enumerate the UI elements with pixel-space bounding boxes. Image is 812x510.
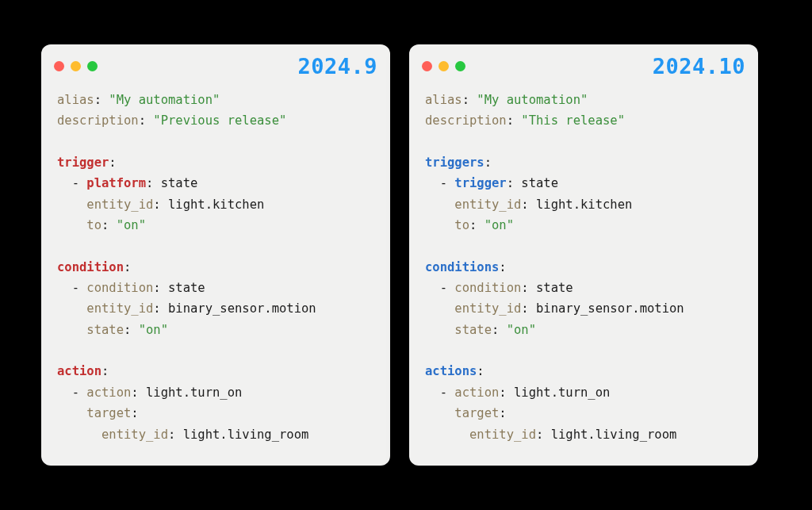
to-value: "on" [485,218,514,232]
dash-icon: - [72,385,79,400]
code-window-previous: 2024.9 alias: "My automation" descriptio… [41,44,390,466]
dash-icon: - [440,176,447,190]
alias-key: alias [425,93,462,107]
alias-value: "My automation" [477,93,588,107]
condition-key: condition [454,281,521,295]
description-key: description [57,113,139,128]
target-entity: light.living_room [183,428,309,442]
code-body: alias: "My automation" description: "Thi… [409,82,758,462]
condition-key: condition [86,281,153,295]
trigger-value: state [521,176,558,190]
target-key: target [86,406,131,420]
condition-header: conditions [425,260,499,274]
entity-id-key: entity_id [86,197,153,212]
close-icon[interactable] [422,61,432,71]
state-key: state [454,323,492,337]
titlebar: 2024.10 [409,44,758,82]
to-value: "on" [117,218,146,232]
description-value: "Previous release" [153,113,286,128]
code-body: alias: "My automation" description: "Pre… [41,82,390,462]
trigger-header: triggers [425,155,485,170]
entity-id-key: entity_id [454,197,521,212]
action-key: action [454,385,499,400]
code-window-current: 2024.10 alias: "My automation" descripti… [409,44,758,466]
version-label: 2024.10 [653,54,745,79]
trigger-header: trigger [57,155,109,170]
action-value: light.turn_on [514,385,610,400]
entity-id-key: entity_id [469,428,536,442]
target-entity: light.living_room [551,428,677,442]
dash-icon: - [440,281,447,295]
entity-id-key: entity_id [86,301,153,316]
dash-icon: - [72,176,79,190]
close-icon[interactable] [54,61,64,71]
condition-entity: binary_sensor.motion [536,301,684,316]
minimize-icon[interactable] [71,61,81,71]
action-header: actions [425,364,477,378]
target-key: target [454,406,499,420]
entity-id-key: entity_id [454,301,521,316]
traffic-lights [422,61,465,71]
state-value: "on" [139,323,168,337]
alias-value: "My automation" [109,93,220,107]
state-value: "on" [507,323,536,337]
condition-entity: binary_sensor.motion [168,301,316,316]
description-key: description [425,113,507,128]
minimize-icon[interactable] [439,61,449,71]
trigger-entity: light.kitchen [168,197,264,212]
condition-value: state [536,281,573,295]
entity-id-key: entity_id [102,428,168,442]
zoom-icon[interactable] [455,61,465,71]
action-key: action [86,385,131,400]
version-label: 2024.9 [297,54,377,79]
to-key: to [86,218,102,232]
to-key: to [454,218,469,232]
dash-icon: - [440,385,447,400]
traffic-lights [54,61,98,71]
alias-key: alias [57,93,94,107]
action-header: action [57,364,102,378]
zoom-icon[interactable] [87,61,98,71]
trigger-entity: light.kitchen [536,197,632,212]
titlebar: 2024.9 [41,44,390,82]
trigger-subkey: trigger [454,176,506,190]
trigger-value: state [161,176,198,190]
dash-icon: - [72,281,79,295]
condition-header: condition [57,260,124,274]
action-value: light.turn_on [146,385,242,400]
state-key: state [86,323,124,337]
trigger-subkey: platform [86,176,146,190]
description-value: "This release" [521,113,625,128]
condition-value: state [168,281,205,295]
